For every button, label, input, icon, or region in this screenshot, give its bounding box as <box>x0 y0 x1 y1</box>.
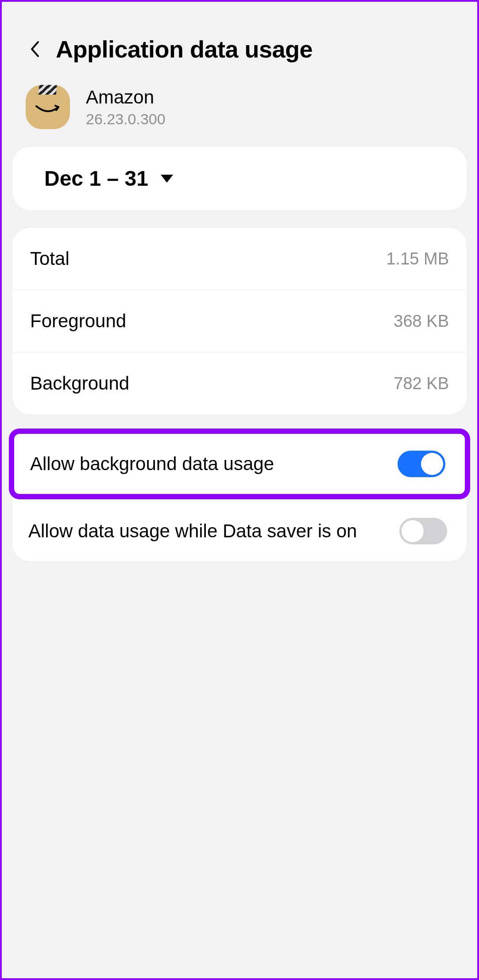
app-icon <box>26 85 70 129</box>
stat-row-foreground: Foreground 368 KB <box>12 290 467 352</box>
switch-knob <box>421 453 443 475</box>
header: Application data usage <box>12 13 467 85</box>
toggle-label: Allow background data usage <box>30 452 380 477</box>
date-range-selector[interactable]: Dec 1 – 31 <box>12 147 467 210</box>
toggle-label: Allow data usage while Data saver is on <box>28 519 382 544</box>
stat-row-background: Background 782 KB <box>12 352 467 414</box>
toggle-row-allow-data-saver[interactable]: Allow data usage while Data saver is on <box>12 501 467 561</box>
stat-label: Total <box>30 248 70 269</box>
date-range-label: Dec 1 – 31 <box>44 166 148 191</box>
chevron-left-icon <box>29 40 40 58</box>
stat-value: 782 KB <box>394 374 449 393</box>
back-button[interactable] <box>26 40 43 58</box>
dropdown-caret-icon <box>161 175 173 183</box>
stat-value: 1.15 MB <box>386 249 449 268</box>
stat-row-total: Total 1.15 MB <box>12 228 467 290</box>
app-info-section: Amazon 26.23.0.300 <box>12 85 467 147</box>
usage-stats-card: Total 1.15 MB Foreground 368 KB Backgrou… <box>12 228 467 414</box>
stat-label: Background <box>30 373 129 394</box>
toggle-row-allow-background[interactable]: Allow background data usage <box>9 429 470 499</box>
page-title: Application data usage <box>56 35 313 63</box>
stat-label: Foreground <box>30 310 126 332</box>
app-version: 26.23.0.300 <box>86 111 166 128</box>
switch-knob <box>402 520 424 542</box>
app-name: Amazon <box>86 87 166 108</box>
toggle-switch-allow-data-saver[interactable] <box>399 518 447 544</box>
toggle-switch-allow-background[interactable] <box>398 451 445 477</box>
toggles-card: Allow background data usage Allow data u… <box>12 429 467 561</box>
stat-value: 368 KB <box>394 312 449 331</box>
date-range-card: Dec 1 – 31 <box>12 147 467 210</box>
